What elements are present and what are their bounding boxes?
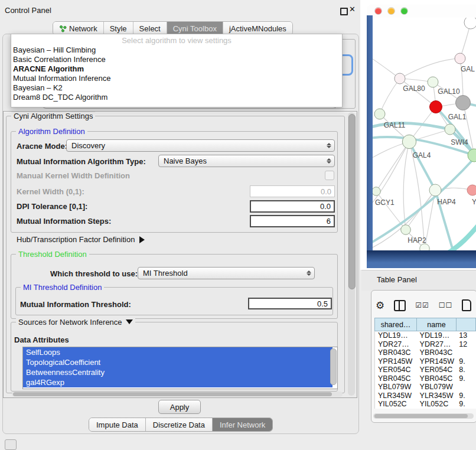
table-hscrollbar-track[interactable] bbox=[373, 413, 474, 419]
mi-steps-label: Mutual Information Steps: bbox=[17, 217, 111, 226]
data-attributes-list[interactable]: SelfLoopsTopologicalCoefficientBetweenne… bbox=[22, 347, 338, 389]
network-node[interactable] bbox=[402, 135, 416, 148]
data-attributes-items: SelfLoopsTopologicalCoefficientBetweenne… bbox=[23, 347, 337, 387]
sources-title-text: Sources for Network Inference bbox=[18, 318, 122, 327]
aracne-mode-select[interactable]: Discovery bbox=[66, 139, 335, 152]
table-row[interactable]: YDL19…YDL19…13 bbox=[375, 331, 476, 340]
algorithm-option[interactable]: Basic Correlation Inference bbox=[11, 55, 342, 64]
tab-cyni-toolbox[interactable]: Cyni Toolbox bbox=[167, 22, 223, 35]
tab-infer-network[interactable]: Infer Network bbox=[213, 418, 272, 431]
algorithm-popup-list: Bayesian – Hill ClimbingBasic Correlatio… bbox=[11, 45, 342, 102]
table-cell: YBR043C bbox=[375, 348, 417, 357]
close-icon[interactable]: ✕ bbox=[349, 5, 356, 14]
settings-hscrollbar-thumb[interactable] bbox=[13, 392, 332, 396]
network-window-titlebar[interactable] bbox=[367, 5, 476, 18]
table-hscrollbar-thumb[interactable] bbox=[374, 414, 468, 418]
network-node-label: GAL4 bbox=[413, 151, 431, 159]
mi-threshold-field[interactable]: 0.5 bbox=[248, 298, 332, 309]
expand-right-icon bbox=[139, 236, 145, 243]
network-node[interactable] bbox=[455, 53, 465, 64]
checked-boxes-icon[interactable]: ☑☑ bbox=[415, 301, 429, 309]
network-node-label: GAL11 bbox=[384, 121, 406, 129]
tab-style[interactable]: Style bbox=[104, 22, 133, 35]
table-row[interactable]: YBR045CYBR045C9. bbox=[375, 374, 476, 383]
table-column-header[interactable]: name bbox=[416, 318, 456, 331]
network-node[interactable] bbox=[445, 124, 455, 135]
tab-label: Cyni Toolbox bbox=[173, 24, 217, 33]
tab-label: Select bbox=[139, 24, 161, 33]
minimize-traffic-light[interactable] bbox=[388, 8, 395, 14]
columns-icon[interactable] bbox=[394, 300, 406, 311]
mi-type-select[interactable]: Naive Bayes bbox=[158, 155, 335, 167]
table-cell: YLR345W bbox=[375, 392, 417, 400]
hub-definition-expander[interactable]: Hub/Transcription Factor Definition bbox=[17, 235, 145, 244]
zoom-traffic-light[interactable] bbox=[401, 8, 407, 14]
table-cell: YER054C bbox=[417, 366, 457, 374]
table-row[interactable]: YBL079WYBL079W bbox=[375, 383, 476, 392]
network-node[interactable] bbox=[468, 149, 476, 162]
network-node[interactable] bbox=[464, 18, 476, 29]
sources-group-title[interactable]: Sources for Network Inference bbox=[16, 318, 135, 327]
network-node[interactable] bbox=[430, 101, 442, 113]
table-toolbar: ⚙ ☑☑ ☐☐ bbox=[376, 297, 471, 314]
attribute-list-item[interactable]: SelfLoops bbox=[23, 347, 332, 357]
which-threshold-select[interactable]: MI Threshold bbox=[138, 267, 315, 279]
table-row[interactable]: YDR27…YDR27…12 bbox=[375, 340, 476, 349]
settings-hscrollbar-track[interactable] bbox=[12, 392, 343, 397]
network-node[interactable] bbox=[467, 185, 476, 195]
settings-scrollbar-thumb[interactable] bbox=[348, 114, 356, 289]
stepper-icon bbox=[324, 158, 334, 164]
algorithm-option[interactable]: Dream8 DC_TDC Algorithm bbox=[11, 93, 342, 102]
tab-discretize-data[interactable]: Discretize Data bbox=[146, 418, 213, 431]
tab-label: Style bbox=[110, 24, 127, 33]
list-scrollbar-thumb[interactable] bbox=[330, 348, 337, 385]
table-panel-title: Table Panel bbox=[377, 275, 417, 284]
stepper-icon bbox=[304, 270, 314, 276]
network-node[interactable] bbox=[373, 187, 380, 196]
kernel-width-field[interactable]: 0.0 bbox=[250, 185, 335, 197]
network-edge bbox=[400, 58, 460, 79]
network-node[interactable] bbox=[395, 73, 405, 84]
network-canvas[interactable]: GALGAL80GAL10GAL1GAL11SWI4GAL4GCY1HAP4YH… bbox=[373, 18, 476, 250]
table-cell: YBR045C bbox=[375, 374, 417, 383]
network-node[interactable] bbox=[420, 244, 430, 250]
mi-steps-field[interactable]: 6 bbox=[250, 215, 335, 227]
table-column-header[interactable]: shared… bbox=[374, 318, 416, 331]
table-row[interactable]: YPR145WYPR145W9. bbox=[375, 357, 476, 366]
table-row[interactable]: YLR345WYLR345W9. bbox=[375, 392, 476, 400]
tab-impute-data[interactable]: Impute Data bbox=[89, 418, 146, 431]
algorithm-option[interactable]: ARACNE Algorithm bbox=[11, 64, 342, 74]
network-node[interactable] bbox=[428, 77, 438, 87]
attribute-list-item[interactable]: BetweennessCentrality bbox=[23, 367, 332, 377]
bottom-tabbar: Impute Data Discretize Data Infer Networ… bbox=[89, 418, 273, 432]
network-node[interactable] bbox=[456, 96, 471, 110]
float-window-icon[interactable] bbox=[340, 8, 348, 15]
tab-select[interactable]: Select bbox=[133, 22, 167, 35]
dpi-tolerance-field[interactable]: 0.0 bbox=[250, 200, 335, 213]
file-icon[interactable] bbox=[462, 299, 471, 311]
minimized-panel-button[interactable] bbox=[5, 439, 17, 450]
network-node[interactable] bbox=[374, 109, 385, 119]
algorithm-option[interactable]: Mutual Information Inference bbox=[11, 74, 342, 83]
attribute-list-item[interactable]: gal4RGexp bbox=[23, 377, 332, 387]
algorithm-option[interactable]: Bayesian – K2 bbox=[11, 83, 342, 93]
tab-network[interactable]: Network bbox=[53, 22, 104, 35]
table-row[interactable]: YBR043CYBR043C bbox=[375, 348, 476, 357]
apply-button[interactable]: Apply bbox=[158, 400, 201, 414]
close-traffic-light[interactable] bbox=[375, 8, 382, 14]
tab-jactivemnodules[interactable]: jActiveMNodules bbox=[223, 22, 292, 35]
network-node-label: GCY1 bbox=[375, 198, 395, 207]
attribute-list-item[interactable]: TopologicalCoefficient bbox=[23, 357, 332, 367]
table-cell: YDR27… bbox=[375, 340, 417, 349]
gear-icon[interactable]: ⚙ bbox=[376, 301, 384, 311]
network-node[interactable] bbox=[401, 225, 411, 235]
network-window-frame bbox=[367, 15, 373, 268]
table-column-header[interactable] bbox=[456, 318, 476, 331]
algorithm-option[interactable]: Bayesian – Hill Climbing bbox=[11, 45, 342, 55]
unchecked-boxes-icon[interactable]: ☐☐ bbox=[439, 301, 453, 309]
manual-kernel-checkbox[interactable] bbox=[325, 171, 334, 180]
table-row[interactable]: YER054CYER054C8. bbox=[375, 366, 476, 374]
network-node[interactable] bbox=[429, 184, 441, 196]
table-row[interactable]: YIL052CYIL052C9. bbox=[375, 400, 476, 409]
dpi-tolerance-label: DPI Tolerance [0,1]: bbox=[17, 202, 87, 211]
